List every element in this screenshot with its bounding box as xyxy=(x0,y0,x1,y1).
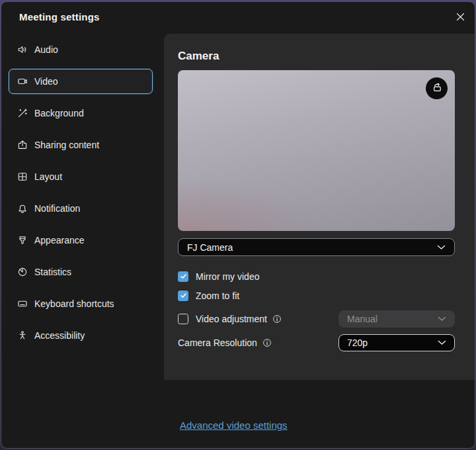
sidebar-item-notification[interactable]: Notification xyxy=(9,196,153,221)
video-adjustment-checkbox[interactable] xyxy=(178,314,188,324)
camera-select-dropdown[interactable]: FJ Camera xyxy=(178,238,455,256)
zoom-to-fit-row: Zoom to fit xyxy=(178,289,455,302)
chevron-down-icon xyxy=(438,340,446,345)
info-icon[interactable] xyxy=(272,314,282,324)
video-camera-icon xyxy=(17,76,28,87)
rotate-camera-button[interactable] xyxy=(426,77,448,99)
sidebar-item-layout[interactable]: Layout xyxy=(9,164,153,189)
checkmark-icon xyxy=(180,271,187,283)
accessibility-icon xyxy=(17,330,28,341)
video-adjustment-mode-dropdown: Manual xyxy=(338,310,455,328)
sidebar-item-statistics[interactable]: Statistics xyxy=(9,259,153,285)
close-icon xyxy=(456,12,465,24)
share-upload-icon xyxy=(17,140,28,150)
sidebar-item-video[interactable]: Video xyxy=(9,69,153,94)
sidebar-item-label: Keyboard shortcuts xyxy=(34,298,114,309)
camera-preview xyxy=(178,70,455,231)
sidebar-item-sharing-content[interactable]: Sharing content xyxy=(9,132,153,158)
video-adjustment-mode-value: Manual xyxy=(347,314,377,324)
zoom-to-fit-label: Zoom to fit xyxy=(196,291,239,301)
sidebar-item-label: Sharing content xyxy=(34,140,99,150)
chevron-down-icon xyxy=(437,245,446,250)
mirror-video-row: Mirror my video xyxy=(178,270,455,283)
sidebar-item-background[interactable]: Background xyxy=(9,101,153,126)
sidebar-item-accessibility[interactable]: Accessibility xyxy=(9,323,153,348)
sidebar-item-audio[interactable]: Audio xyxy=(9,37,153,62)
camera-resolution-value: 720p xyxy=(347,338,368,348)
sidebar-item-label: Layout xyxy=(34,171,62,182)
zoom-to-fit-checkbox[interactable] xyxy=(178,291,188,301)
keyboard-icon xyxy=(17,298,28,309)
sidebar-item-label: Audio xyxy=(34,44,58,55)
sidebar-item-label: Accessibility xyxy=(34,330,85,341)
chevron-down-icon xyxy=(438,316,446,322)
camera-resolution-row: Camera Resolution 720p xyxy=(178,334,455,351)
sidebar-item-appearance[interactable]: Appearance xyxy=(9,228,153,253)
desktop-background: { "window": { "title": "Meeting settings… xyxy=(0,0,476,450)
sidebar-item-keyboard-shortcuts[interactable]: Keyboard shortcuts xyxy=(9,291,153,316)
grid-layout-icon xyxy=(17,171,28,182)
advanced-video-settings-link[interactable]: Advanced video settings xyxy=(180,420,288,431)
sidebar-item-label: Statistics xyxy=(34,267,71,277)
dialog-title: Meeting settings xyxy=(19,11,100,22)
camera-select-value: FJ Camera xyxy=(187,242,233,253)
sidebar-item-label: Video xyxy=(34,76,58,87)
camera-resolution-label: Camera Resolution xyxy=(178,338,257,348)
rotate-camera-icon xyxy=(431,81,443,95)
paintbrush-icon xyxy=(17,235,28,246)
video-options: Mirror my video Zoom to fit Video adjust… xyxy=(178,270,455,356)
mirror-video-checkbox[interactable] xyxy=(178,271,188,282)
video-adjustment-label: Video adjustment xyxy=(196,314,267,324)
video-adjustment-row: Video adjustment Manual xyxy=(178,310,455,328)
sidebar-item-label: Notification xyxy=(34,203,80,214)
camera-resolution-dropdown[interactable]: 720p xyxy=(338,334,455,351)
checkmark-icon xyxy=(180,290,187,302)
video-settings-panel: Camera FJ Camera Mirror my vide xyxy=(164,34,475,380)
panel-heading: Camera xyxy=(178,50,475,63)
speaker-icon xyxy=(17,44,28,55)
mirror-video-label: Mirror my video xyxy=(196,271,259,282)
magic-wand-icon xyxy=(17,108,28,118)
meeting-settings-dialog: Meeting settings Audio Video Background xyxy=(1,1,475,449)
sidebar-item-label: Appearance xyxy=(34,235,85,246)
sidebar-item-label: Background xyxy=(34,108,84,118)
info-icon[interactable] xyxy=(262,338,272,347)
settings-sidebar: Audio Video Background Sharing content L xyxy=(1,37,164,448)
close-button[interactable] xyxy=(453,11,467,25)
pie-chart-icon xyxy=(17,267,28,277)
bell-icon xyxy=(17,203,28,214)
